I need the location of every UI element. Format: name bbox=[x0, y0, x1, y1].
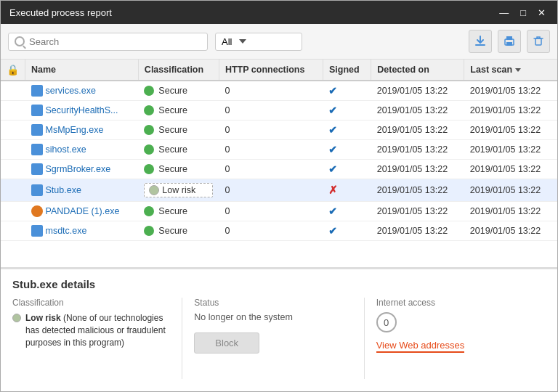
td-signed: ✔ bbox=[323, 221, 371, 241]
detail-columns: Classification Low risk (None of our tec… bbox=[12, 298, 546, 379]
lowrisk-text: Low risk (None of our technologies has d… bbox=[25, 312, 170, 348]
delete-button[interactable] bbox=[527, 30, 550, 53]
minimize-button[interactable]: — bbox=[496, 7, 512, 18]
view-web-addresses-link[interactable]: View Web addresses bbox=[376, 340, 465, 353]
td-name[interactable]: Stub.exe bbox=[25, 179, 139, 202]
process-name-text[interactable]: MsMpEng.exe bbox=[46, 125, 104, 135]
classification-text: Secure bbox=[158, 144, 187, 155]
classification-text: Secure bbox=[158, 226, 187, 236]
td-name[interactable]: sihost.exe bbox=[25, 140, 139, 160]
td-classification: Secure bbox=[138, 160, 219, 179]
td-http: 0 bbox=[219, 221, 323, 241]
td-lock bbox=[1, 140, 25, 160]
process-name-text[interactable]: sihost.exe bbox=[46, 144, 86, 155]
table-row[interactable]: msdtc.exe Secure 0 ✔ 2019/01/05 13:22 20… bbox=[1, 221, 557, 241]
svg-rect-4 bbox=[535, 38, 541, 45]
download-icon bbox=[474, 35, 487, 48]
status-value: No longer on the system bbox=[194, 312, 352, 322]
table-row[interactable]: services.exe Secure 0 ✔ 2019/01/05 13:22… bbox=[1, 81, 557, 101]
td-http: 0 bbox=[219, 160, 323, 179]
process-icon bbox=[31, 225, 43, 237]
th-lastscan-label: Last scan bbox=[470, 65, 512, 75]
process-icon bbox=[31, 85, 43, 97]
process-icon bbox=[31, 205, 43, 217]
signed-check: ✔ bbox=[328, 105, 337, 116]
internet-label: Internet access bbox=[376, 298, 534, 308]
detail-panel: Stub.exe details Classification Low risk… bbox=[1, 268, 557, 391]
maximize-button[interactable]: □ bbox=[517, 7, 529, 18]
td-lock bbox=[1, 202, 25, 221]
td-lock bbox=[1, 160, 25, 179]
td-classification: Secure bbox=[138, 81, 219, 101]
td-signed: ✗ bbox=[323, 179, 371, 202]
signed-cross: ✗ bbox=[328, 184, 338, 196]
title-bar: Executed process report — □ ✕ bbox=[1, 1, 557, 24]
filter-dropdown[interactable]: All bbox=[215, 33, 302, 51]
process-name-text[interactable]: SgrmBroker.exe bbox=[46, 164, 111, 174]
table-row[interactable]: MsMpEng.exe Secure 0 ✔ 2019/01/05 13:22 … bbox=[1, 121, 557, 140]
process-icon bbox=[31, 184, 43, 196]
td-name[interactable]: MsMpEng.exe bbox=[25, 121, 139, 140]
td-http: 0 bbox=[219, 121, 323, 140]
classification-text: Low risk bbox=[162, 185, 195, 195]
process-name-text[interactable]: services.exe bbox=[46, 86, 96, 96]
process-table-container[interactable]: 🔒 Name Classification HTTP connections S… bbox=[1, 60, 557, 268]
classification-text: Secure bbox=[158, 164, 187, 174]
classification-dot bbox=[144, 226, 154, 236]
classification-dot bbox=[144, 164, 154, 174]
close-button[interactable]: ✕ bbox=[535, 7, 549, 18]
status-label: Status bbox=[194, 298, 352, 308]
table-row[interactable]: PANDADE (1).exe Secure 0 ✔ 2019/01/05 13… bbox=[1, 202, 557, 221]
td-detected: 2019/01/05 13:22 bbox=[371, 101, 464, 121]
search-box[interactable] bbox=[8, 33, 208, 51]
detail-internet-col: Internet access 0 View Web addresses bbox=[376, 298, 546, 379]
table-row[interactable]: Stub.exe Low risk 0 ✗ 2019/01/05 13:22 2… bbox=[1, 179, 557, 202]
td-lock bbox=[1, 101, 25, 121]
block-button[interactable]: Block bbox=[194, 332, 259, 354]
table-row[interactable]: SgrmBroker.exe Secure 0 ✔ 2019/01/05 13:… bbox=[1, 160, 557, 179]
td-name[interactable]: services.exe bbox=[25, 81, 139, 101]
td-lastscan: 2019/01/05 13:22 bbox=[464, 221, 557, 241]
print-icon bbox=[503, 35, 516, 48]
classification-dot bbox=[144, 86, 154, 96]
process-name-text[interactable]: SecurityHealthS... bbox=[46, 105, 118, 115]
lowrisk-dot bbox=[12, 314, 21, 322]
td-name[interactable]: SgrmBroker.exe bbox=[25, 160, 139, 179]
sort-arrow-icon bbox=[515, 68, 521, 72]
td-http: 0 bbox=[219, 179, 323, 202]
classification-text: Secure bbox=[158, 86, 187, 96]
td-lastscan: 2019/01/05 13:22 bbox=[464, 179, 557, 202]
internet-count: 0 bbox=[376, 312, 397, 332]
td-name[interactable]: SecurityHealthS... bbox=[25, 101, 139, 121]
th-detected: Detected on bbox=[371, 60, 464, 81]
toolbar: All bbox=[1, 24, 557, 60]
td-signed: ✔ bbox=[323, 101, 371, 121]
classification-text: Secure bbox=[158, 105, 187, 115]
td-classification: Secure bbox=[138, 101, 219, 121]
classification-dot bbox=[144, 144, 154, 155]
process-name-text[interactable]: msdtc.exe bbox=[46, 226, 87, 236]
search-input[interactable] bbox=[29, 36, 201, 47]
process-name-text[interactable]: Stub.exe bbox=[46, 185, 81, 195]
table-row[interactable]: sihost.exe Secure 0 ✔ 2019/01/05 13:22 2… bbox=[1, 140, 557, 160]
detail-title: Stub.exe details bbox=[12, 278, 546, 290]
td-classification: Low risk bbox=[138, 179, 219, 202]
td-detected: 2019/01/05 13:22 bbox=[371, 202, 464, 221]
signed-check: ✔ bbox=[328, 124, 337, 136]
td-lock bbox=[1, 179, 25, 202]
th-signed: Signed bbox=[323, 60, 371, 81]
td-classification: Secure bbox=[138, 202, 219, 221]
download-button[interactable] bbox=[469, 30, 492, 53]
td-name[interactable]: msdtc.exe bbox=[25, 221, 139, 241]
th-name: Name bbox=[25, 60, 139, 81]
td-detected: 2019/01/05 13:22 bbox=[371, 140, 464, 160]
th-http: HTTP connections bbox=[219, 60, 323, 81]
td-name[interactable]: PANDADE (1).exe bbox=[25, 202, 139, 221]
print-button[interactable] bbox=[498, 30, 521, 53]
td-lastscan: 2019/01/05 13:22 bbox=[464, 202, 557, 221]
table-row[interactable]: SecurityHealthS... Secure 0 ✔ 2019/01/05… bbox=[1, 101, 557, 121]
process-name-text[interactable]: PANDADE (1).exe bbox=[46, 206, 120, 216]
signed-check: ✔ bbox=[328, 205, 337, 217]
classification-dot bbox=[144, 206, 154, 216]
td-detected: 2019/01/05 13:22 bbox=[371, 81, 464, 101]
